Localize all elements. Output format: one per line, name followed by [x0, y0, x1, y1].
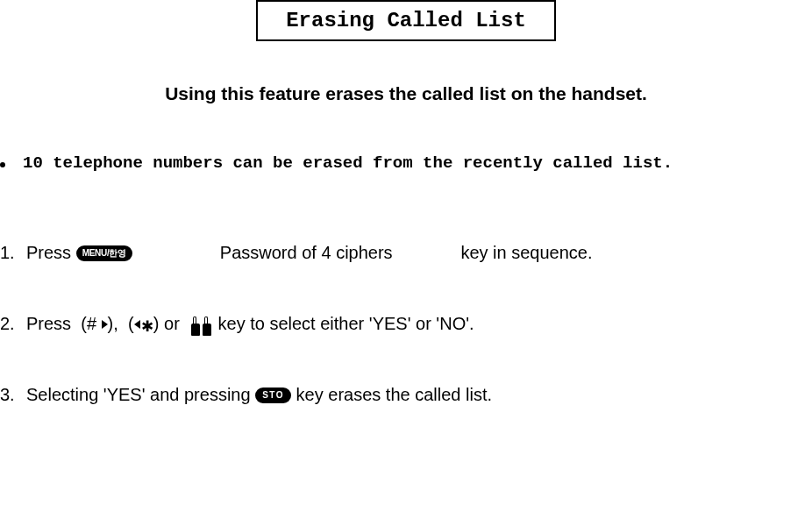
- title-box: Erasing Called List: [256, 0, 556, 41]
- arrow-left-icon: [134, 320, 140, 329]
- step-2: 2. Press (# ), ( ✱ ) or key to select ei…: [0, 312, 812, 336]
- step-number: 2.: [0, 314, 26, 334]
- arrow-right-icon: [102, 320, 108, 329]
- bullet-text: 10 telephone numbers can be erased from …: [23, 153, 673, 173]
- text: Password of 4 ciphers: [220, 243, 393, 263]
- step-3: 3. Selecting 'YES' and pressing STO key …: [0, 385, 812, 405]
- sto-key-icon: STO: [255, 388, 291, 403]
- subheading: Using this feature erases the called lis…: [0, 83, 812, 104]
- bullet-icon: [0, 162, 5, 167]
- asterisk-icon: ✱: [142, 314, 153, 338]
- bullet-row: 10 telephone numbers can be erased from …: [0, 153, 812, 173]
- text: key erases the called list.: [291, 385, 492, 405]
- text: Press (#: [26, 314, 102, 334]
- spacer: [393, 243, 456, 263]
- step-body: Press (# ), ( ✱ ) or key to select eithe…: [26, 312, 474, 336]
- text: key in sequence.: [456, 243, 593, 263]
- text: Selecting 'YES' and pressing: [26, 385, 255, 405]
- menu-key-icon: MENU/한영: [76, 245, 132, 261]
- lock-icon: [191, 313, 211, 336]
- spacer: [132, 243, 220, 263]
- page: Erasing Called List Using this feature e…: [0, 0, 812, 512]
- text: ) or: [153, 314, 189, 334]
- title-text: Erasing Called List: [286, 9, 526, 32]
- step-1: 1. Press MENU/한영 Password of 4 ciphers k…: [0, 243, 812, 263]
- text: key to select either 'YES' or 'NO'.: [213, 314, 474, 334]
- text: ), (: [108, 314, 134, 334]
- step-number: 3.: [0, 385, 26, 405]
- step-body: Selecting 'YES' and pressing STO key era…: [26, 385, 492, 405]
- steps-list: 1. Press MENU/한영 Password of 4 ciphers k…: [0, 243, 812, 405]
- step-body: Press MENU/한영 Password of 4 ciphers key …: [26, 243, 593, 263]
- text: Press: [26, 243, 76, 263]
- step-number: 1.: [0, 243, 26, 263]
